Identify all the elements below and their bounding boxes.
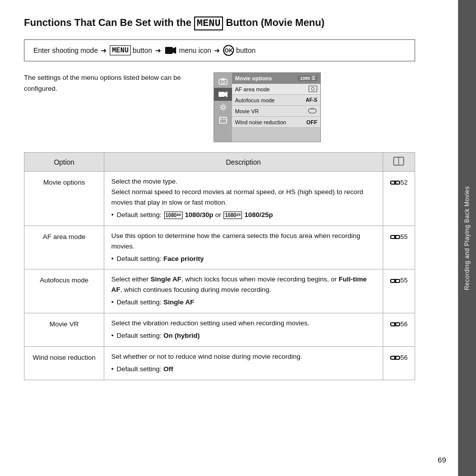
option-description: Select either Single AF, which locks foc… bbox=[104, 269, 383, 313]
menu-row-label: Wind noise reduction bbox=[235, 119, 286, 125]
arrow3: ➜ bbox=[214, 46, 220, 54]
chain-link2-icon bbox=[394, 279, 400, 283]
instruction-text4: button bbox=[236, 46, 255, 54]
menu-row-label: AF area mode bbox=[235, 86, 270, 92]
chain-link2-icon bbox=[394, 181, 400, 185]
menu-rows: AF area mode Autofocus mode AF-S Movie V… bbox=[232, 84, 320, 128]
menu-header-text: Movie options bbox=[235, 75, 272, 81]
svg-rect-8 bbox=[220, 117, 227, 123]
title-prefix: Functions That Can Be Set with the bbox=[24, 17, 192, 28]
menu-right: Movie options 1080 ☰ AF area mode Autofo… bbox=[232, 73, 320, 142]
intro-text: The settings of the menu options listed … bbox=[24, 72, 204, 94]
svg-point-3 bbox=[222, 80, 225, 83]
svg-point-11 bbox=[311, 87, 314, 90]
sidebar: Recording and Playing Back Movies bbox=[458, 0, 476, 476]
svg-point-7 bbox=[222, 106, 225, 109]
table-row: AF area mode Use this option to determin… bbox=[24, 226, 415, 269]
chain-link2-icon bbox=[394, 235, 400, 239]
ref-cell: 55 bbox=[383, 226, 415, 269]
ok-circle: OK bbox=[223, 45, 234, 56]
menu-row-af-area: AF area mode bbox=[232, 84, 320, 95]
ref-cell: 56 bbox=[383, 347, 415, 380]
ref-cell: 55 bbox=[383, 269, 415, 313]
menu-row-movie-vr: Movie VR bbox=[232, 106, 320, 117]
menu-row-value bbox=[307, 107, 317, 115]
movie-menu-icon bbox=[165, 46, 176, 54]
menu-row-label: Autofocus mode bbox=[235, 97, 275, 103]
svg-marker-6 bbox=[225, 91, 228, 97]
table-header-description: Description bbox=[104, 153, 383, 172]
title-menu-word: MENU bbox=[194, 16, 223, 30]
table-row: Autofocus mode Select either Single AF, … bbox=[24, 269, 415, 313]
instruction-menu-word: MENU bbox=[110, 45, 131, 55]
menu-row-value bbox=[308, 85, 317, 93]
svg-rect-5 bbox=[219, 92, 225, 97]
instruction-text2: button bbox=[133, 46, 152, 54]
table-row: Movie VR Select the vibration reduction … bbox=[24, 313, 415, 347]
instruction-text3: menu icon bbox=[179, 46, 212, 54]
instruction-box: Enter shooting mode ➜ MENU button ➜ menu… bbox=[24, 39, 415, 61]
menu-icon-settings bbox=[214, 101, 232, 114]
options-table: Option Description Movie options Select … bbox=[24, 152, 415, 380]
table-row: Wind noise reduction Set whether or not … bbox=[24, 347, 415, 380]
page-number: 69 bbox=[438, 456, 446, 464]
option-name: Movie options bbox=[24, 172, 104, 226]
svg-rect-4 bbox=[222, 78, 225, 80]
intro-section: The settings of the menu options listed … bbox=[24, 72, 415, 142]
table-header-option: Option bbox=[24, 153, 104, 172]
arrow2: ➜ bbox=[155, 46, 161, 54]
table-header-ref bbox=[383, 153, 415, 172]
page-title: Functions That Can Be Set with the MENU … bbox=[24, 16, 415, 30]
ref-cell: 56 bbox=[383, 313, 415, 347]
svg-rect-10 bbox=[309, 86, 317, 92]
option-name: Autofocus mode bbox=[24, 269, 104, 313]
menu-header-badge: 1080 ☰ bbox=[298, 75, 317, 81]
menu-row-wind: Wind noise reduction OFF bbox=[232, 117, 320, 128]
menu-left-icons bbox=[214, 73, 232, 142]
sidebar-text: Recording and Playing Back Movies bbox=[464, 186, 471, 290]
menu-row-autofocus: Autofocus mode AF-S bbox=[232, 95, 320, 106]
menu-row-label: Movie VR bbox=[235, 108, 259, 114]
option-name: AF area mode bbox=[24, 226, 104, 269]
instruction-text1: Enter shooting mode bbox=[33, 46, 98, 54]
menu-header: Movie options 1080 ☰ bbox=[232, 73, 320, 84]
chain-link2-icon bbox=[394, 322, 400, 326]
svg-rect-0 bbox=[165, 47, 173, 54]
option-name-wind-noise: Wind noise reduction bbox=[24, 347, 104, 380]
ref-cell: 52 bbox=[383, 172, 415, 226]
svg-marker-1 bbox=[173, 47, 176, 54]
title-suffix: Button (Movie Menu) bbox=[226, 17, 325, 28]
menu-row-value: AF-S bbox=[306, 97, 317, 103]
badge-1080-25: 108025 bbox=[224, 212, 242, 219]
menu-icon-camera bbox=[214, 75, 232, 88]
table-row: Movie options Select the movie type. Sel… bbox=[24, 172, 415, 226]
menu-icon-movie bbox=[214, 88, 232, 101]
menu-screenshot: Movie options 1080 ☰ AF area mode Autofo… bbox=[214, 72, 321, 142]
option-description: Use this option to determine how the cam… bbox=[104, 226, 383, 269]
option-name: Movie VR bbox=[24, 313, 104, 347]
badge-1080-30: 108030 bbox=[164, 212, 183, 219]
option-description: Select the vibration reduction setting u… bbox=[104, 313, 383, 347]
menu-icon-connect bbox=[214, 114, 232, 127]
menu-row-value: OFF bbox=[306, 119, 317, 125]
option-description: Select the movie type. Select normal spe… bbox=[104, 172, 383, 226]
chain-link2-icon bbox=[394, 356, 400, 360]
option-description: Set whether or not to reduce wind noise … bbox=[104, 347, 383, 380]
book-icon bbox=[393, 157, 404, 166]
arrow1: ➜ bbox=[101, 46, 107, 54]
